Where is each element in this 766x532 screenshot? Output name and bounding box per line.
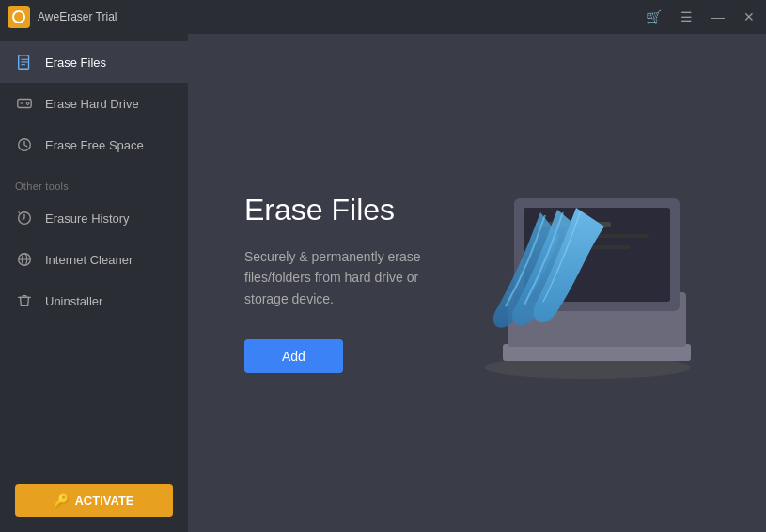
sidebar-item-label: Erasure History (45, 211, 130, 226)
trash-icon (15, 291, 34, 310)
file-icon (15, 53, 34, 71)
sidebar-nav: Erase Files Erase Hard Drive (0, 34, 188, 469)
sidebar-item-erase-hard-drive[interactable]: Erase Hard Drive (0, 83, 188, 124)
sidebar-item-erase-files[interactable]: Erase Files (0, 41, 188, 83)
svg-point-5 (26, 102, 29, 105)
sidebar-item-internet-cleaner[interactable]: Internet Cleaner (0, 239, 188, 280)
sidebar-item-erasure-history[interactable]: Erasure History (0, 197, 188, 239)
cart-icon[interactable]: 🛒 (642, 6, 665, 28)
activate-button[interactable]: 🔑 ACTIVATE (15, 484, 173, 517)
page-title: Erase Files (244, 193, 446, 227)
hdd-icon (15, 94, 34, 113)
content-text: Erase Files Securely & permanently erase… (244, 193, 446, 373)
sidebar-item-label: Erase Hard Drive (45, 97, 139, 111)
add-button[interactable]: Add (244, 339, 343, 373)
key-icon: 🔑 (54, 493, 69, 508)
title-bar: AweEraser Trial 🛒 ☰ — ✕ (0, 0, 766, 34)
illustration (446, 151, 710, 415)
sidebar-bottom: 🔑 ACTIVATE (0, 469, 188, 532)
history-icon (15, 209, 34, 227)
app-logo (8, 6, 30, 28)
laptop-illustration (446, 161, 710, 405)
content-area: Erase Files Securely & permanently erase… (188, 34, 766, 532)
sidebar-item-uninstaller[interactable]: Uninstaller (0, 280, 188, 321)
minimize-icon[interactable]: — (708, 6, 728, 28)
sidebar-item-label: Erase Files (45, 55, 106, 70)
clock-icon (15, 135, 34, 154)
title-bar-left: AweEraser Trial (0, 6, 117, 28)
activate-label: ACTIVATE (74, 493, 133, 508)
menu-icon[interactable]: ☰ (677, 6, 696, 28)
content-description: Securely & permanently erase files/folde… (244, 246, 446, 309)
app-window: AweEraser Trial 🛒 ☰ — ✕ (0, 0, 766, 532)
sidebar-item-label: Erase Free Space (45, 138, 144, 152)
sidebar: Erase Files Erase Hard Drive (0, 34, 188, 532)
globe-icon (15, 250, 34, 269)
app-title: AweEraser Trial (38, 10, 117, 23)
main-layout: Erase Files Erase Hard Drive (0, 34, 766, 532)
app-logo-icon (12, 10, 25, 23)
title-bar-controls: 🛒 ☰ — ✕ (642, 6, 758, 28)
sidebar-item-label: Internet Cleaner (45, 253, 133, 267)
sidebar-item-erase-free-space[interactable]: Erase Free Space (0, 124, 188, 165)
close-icon[interactable]: ✕ (740, 6, 758, 28)
sidebar-item-label: Uninstaller (45, 294, 102, 308)
other-tools-label: Other tools (0, 165, 188, 197)
